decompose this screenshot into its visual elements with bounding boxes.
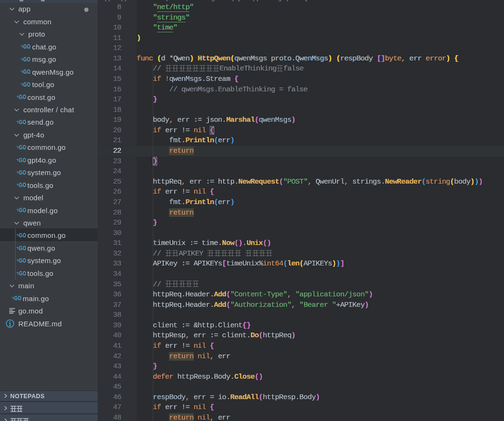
svg-text:GO: GO <box>19 245 26 252</box>
svg-text:GO: GO <box>19 232 26 239</box>
svg-text:GO: GO <box>19 270 26 277</box>
svg-text:GO: GO <box>19 257 26 264</box>
svg-text:GO: GO <box>19 144 26 151</box>
svg-text:GO: GO <box>19 119 26 126</box>
svg-text:GO: GO <box>19 207 26 214</box>
svg-text:GO: GO <box>19 157 26 164</box>
svg-text:GO: GO <box>19 94 26 100</box>
svg-text:GO: GO <box>14 295 21 302</box>
svg-text:GO: GO <box>23 69 30 76</box>
svg-text:GO: GO <box>23 81 30 88</box>
svg-text:GO: GO <box>23 44 30 50</box>
svg-text:GO: GO <box>19 182 26 189</box>
svg-text:GO: GO <box>23 56 30 63</box>
svg-text:GO: GO <box>19 169 26 176</box>
